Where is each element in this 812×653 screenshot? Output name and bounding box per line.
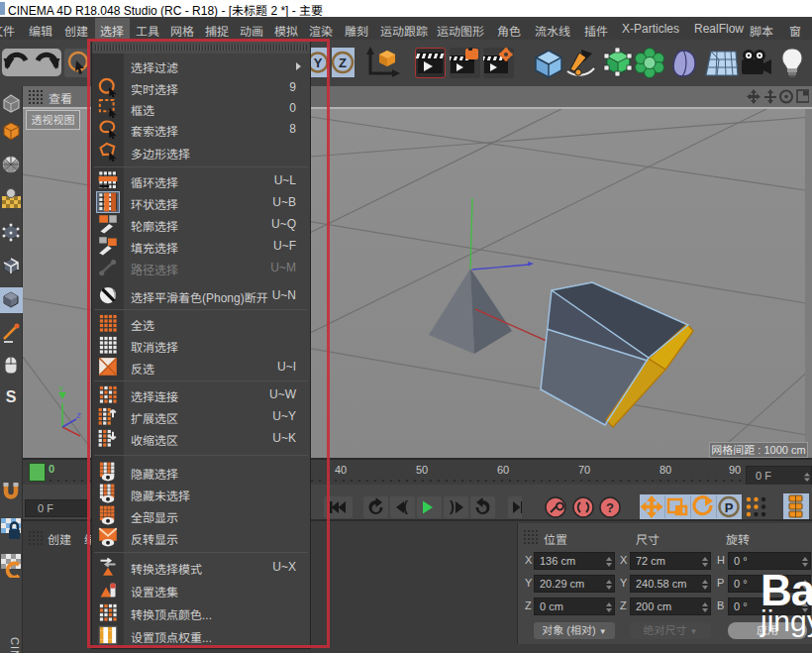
svg-text:Y: Y	[58, 384, 64, 393]
svg-text:S: S	[6, 388, 17, 405]
svg-text:Z: Z	[76, 411, 81, 420]
svg-text:P: P	[725, 500, 734, 515]
svg-text:Z: Z	[339, 55, 347, 70]
svg-text:?: ?	[606, 500, 614, 515]
